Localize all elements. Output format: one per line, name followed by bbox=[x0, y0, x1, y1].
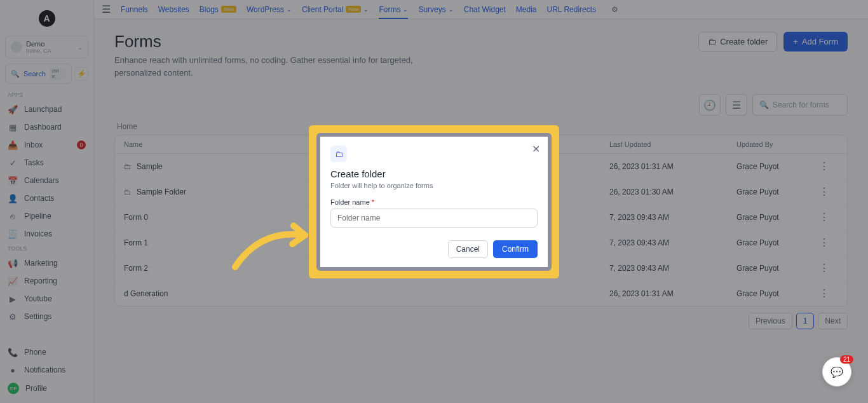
modal-title: Create folder bbox=[330, 168, 538, 179]
create-folder-modal: 🗀 ✕ Create folder Folder will help to or… bbox=[316, 133, 552, 271]
folder-name-input[interactable] bbox=[330, 208, 538, 228]
folder-modal-icon: 🗀 bbox=[330, 146, 347, 162]
close-icon[interactable]: ✕ bbox=[532, 143, 540, 155]
modal-subtitle: Folder will help to organize forms bbox=[330, 182, 538, 189]
confirm-button[interactable]: Confirm bbox=[493, 240, 538, 258]
annotation-highlight: 🗀 ✕ Create folder Folder will help to or… bbox=[309, 125, 559, 278]
chat-widget-button[interactable]: 💬 21 bbox=[822, 357, 851, 386]
folder-name-label: Folder name * bbox=[330, 198, 538, 206]
chat-badge: 21 bbox=[840, 355, 853, 364]
cancel-button[interactable]: Cancel bbox=[448, 240, 488, 258]
chat-icon: 💬 bbox=[831, 366, 843, 378]
